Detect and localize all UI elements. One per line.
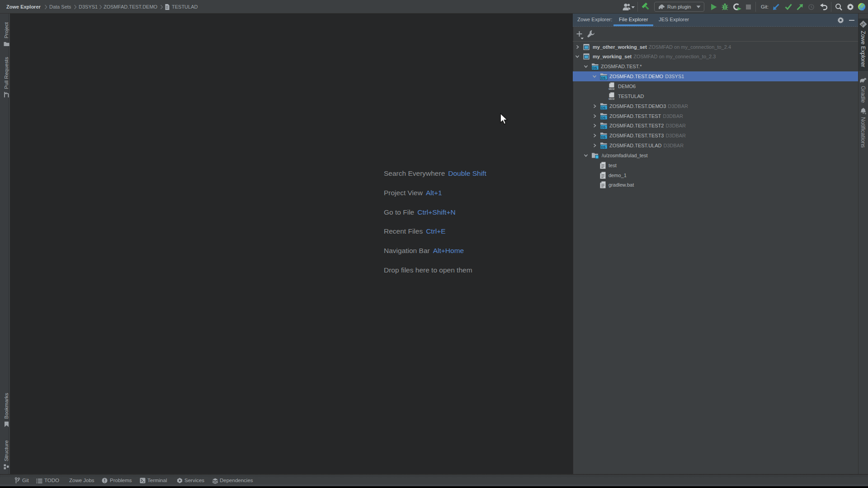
svg-text:MEM: MEM <box>609 88 614 90</box>
svg-text:DS: DS <box>601 76 605 80</box>
svg-text:MEM: MEM <box>609 98 614 100</box>
svg-text:DS: DS <box>601 125 605 129</box>
svg-text:DS: DS <box>601 115 605 119</box>
svg-text:DS: DS <box>601 105 605 109</box>
svg-text:DS: DS <box>601 135 605 139</box>
svg-text:DS: DS <box>601 145 605 149</box>
svg-text:DS: DS <box>592 66 597 70</box>
